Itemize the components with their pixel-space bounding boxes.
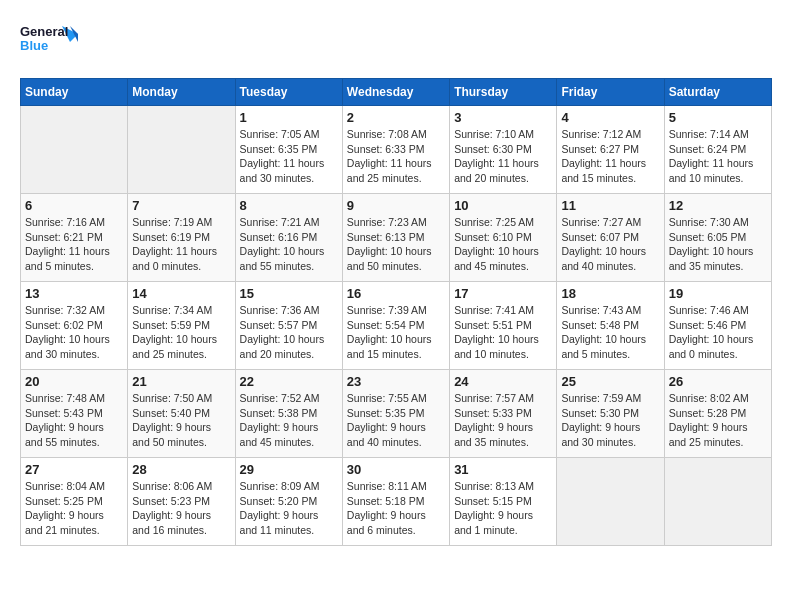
day-cell: 10Sunrise: 7:25 AM Sunset: 6:10 PM Dayli… — [450, 194, 557, 282]
day-cell: 11Sunrise: 7:27 AM Sunset: 6:07 PM Dayli… — [557, 194, 664, 282]
day-number: 11 — [561, 198, 659, 213]
day-number: 3 — [454, 110, 552, 125]
day-info: Sunrise: 7:52 AM Sunset: 5:38 PM Dayligh… — [240, 391, 338, 450]
svg-text:General: General — [20, 24, 68, 39]
day-info: Sunrise: 8:02 AM Sunset: 5:28 PM Dayligh… — [669, 391, 767, 450]
day-number: 5 — [669, 110, 767, 125]
day-info: Sunrise: 7:12 AM Sunset: 6:27 PM Dayligh… — [561, 127, 659, 186]
svg-text:Blue: Blue — [20, 38, 48, 53]
day-cell: 22Sunrise: 7:52 AM Sunset: 5:38 PM Dayli… — [235, 370, 342, 458]
day-info: Sunrise: 8:06 AM Sunset: 5:23 PM Dayligh… — [132, 479, 230, 538]
day-number: 2 — [347, 110, 445, 125]
day-number: 8 — [240, 198, 338, 213]
day-number: 16 — [347, 286, 445, 301]
day-info: Sunrise: 8:11 AM Sunset: 5:18 PM Dayligh… — [347, 479, 445, 538]
day-info: Sunrise: 7:25 AM Sunset: 6:10 PM Dayligh… — [454, 215, 552, 274]
day-info: Sunrise: 7:16 AM Sunset: 6:21 PM Dayligh… — [25, 215, 123, 274]
week-row-4: 20Sunrise: 7:48 AM Sunset: 5:43 PM Dayli… — [21, 370, 772, 458]
day-cell: 31Sunrise: 8:13 AM Sunset: 5:15 PM Dayli… — [450, 458, 557, 546]
day-info: Sunrise: 7:34 AM Sunset: 5:59 PM Dayligh… — [132, 303, 230, 362]
day-info: Sunrise: 7:39 AM Sunset: 5:54 PM Dayligh… — [347, 303, 445, 362]
day-cell: 30Sunrise: 8:11 AM Sunset: 5:18 PM Dayli… — [342, 458, 449, 546]
day-cell: 9Sunrise: 7:23 AM Sunset: 6:13 PM Daylig… — [342, 194, 449, 282]
day-cell: 21Sunrise: 7:50 AM Sunset: 5:40 PM Dayli… — [128, 370, 235, 458]
day-cell: 17Sunrise: 7:41 AM Sunset: 5:51 PM Dayli… — [450, 282, 557, 370]
day-number: 28 — [132, 462, 230, 477]
day-cell: 23Sunrise: 7:55 AM Sunset: 5:35 PM Dayli… — [342, 370, 449, 458]
day-info: Sunrise: 7:43 AM Sunset: 5:48 PM Dayligh… — [561, 303, 659, 362]
day-number: 20 — [25, 374, 123, 389]
weekday-header-friday: Friday — [557, 79, 664, 106]
day-number: 25 — [561, 374, 659, 389]
day-number: 10 — [454, 198, 552, 213]
day-number: 6 — [25, 198, 123, 213]
day-info: Sunrise: 7:27 AM Sunset: 6:07 PM Dayligh… — [561, 215, 659, 274]
day-number: 22 — [240, 374, 338, 389]
day-cell: 1Sunrise: 7:05 AM Sunset: 6:35 PM Daylig… — [235, 106, 342, 194]
day-number: 27 — [25, 462, 123, 477]
day-cell: 20Sunrise: 7:48 AM Sunset: 5:43 PM Dayli… — [21, 370, 128, 458]
day-cell: 4Sunrise: 7:12 AM Sunset: 6:27 PM Daylig… — [557, 106, 664, 194]
day-info: Sunrise: 7:08 AM Sunset: 6:33 PM Dayligh… — [347, 127, 445, 186]
day-number: 19 — [669, 286, 767, 301]
day-cell: 28Sunrise: 8:06 AM Sunset: 5:23 PM Dayli… — [128, 458, 235, 546]
day-info: Sunrise: 7:50 AM Sunset: 5:40 PM Dayligh… — [132, 391, 230, 450]
day-cell: 15Sunrise: 7:36 AM Sunset: 5:57 PM Dayli… — [235, 282, 342, 370]
day-info: Sunrise: 8:09 AM Sunset: 5:20 PM Dayligh… — [240, 479, 338, 538]
day-number: 15 — [240, 286, 338, 301]
weekday-header-monday: Monday — [128, 79, 235, 106]
day-number: 24 — [454, 374, 552, 389]
day-info: Sunrise: 7:30 AM Sunset: 6:05 PM Dayligh… — [669, 215, 767, 274]
day-info: Sunrise: 7:19 AM Sunset: 6:19 PM Dayligh… — [132, 215, 230, 274]
day-info: Sunrise: 7:32 AM Sunset: 6:02 PM Dayligh… — [25, 303, 123, 362]
day-cell: 12Sunrise: 7:30 AM Sunset: 6:05 PM Dayli… — [664, 194, 771, 282]
day-info: Sunrise: 7:48 AM Sunset: 5:43 PM Dayligh… — [25, 391, 123, 450]
day-number: 26 — [669, 374, 767, 389]
day-info: Sunrise: 7:59 AM Sunset: 5:30 PM Dayligh… — [561, 391, 659, 450]
day-number: 21 — [132, 374, 230, 389]
day-number: 29 — [240, 462, 338, 477]
calendar-table: SundayMondayTuesdayWednesdayThursdayFrid… — [20, 78, 772, 546]
day-info: Sunrise: 7:21 AM Sunset: 6:16 PM Dayligh… — [240, 215, 338, 274]
day-cell — [664, 458, 771, 546]
day-number: 13 — [25, 286, 123, 301]
day-cell: 25Sunrise: 7:59 AM Sunset: 5:30 PM Dayli… — [557, 370, 664, 458]
weekday-header-row: SundayMondayTuesdayWednesdayThursdayFrid… — [21, 79, 772, 106]
day-number: 12 — [669, 198, 767, 213]
day-number: 23 — [347, 374, 445, 389]
weekday-header-tuesday: Tuesday — [235, 79, 342, 106]
day-number: 4 — [561, 110, 659, 125]
day-number: 30 — [347, 462, 445, 477]
day-cell: 5Sunrise: 7:14 AM Sunset: 6:24 PM Daylig… — [664, 106, 771, 194]
day-cell: 3Sunrise: 7:10 AM Sunset: 6:30 PM Daylig… — [450, 106, 557, 194]
day-info: Sunrise: 7:36 AM Sunset: 5:57 PM Dayligh… — [240, 303, 338, 362]
day-info: Sunrise: 7:10 AM Sunset: 6:30 PM Dayligh… — [454, 127, 552, 186]
day-number: 1 — [240, 110, 338, 125]
week-row-1: 1Sunrise: 7:05 AM Sunset: 6:35 PM Daylig… — [21, 106, 772, 194]
day-cell: 14Sunrise: 7:34 AM Sunset: 5:59 PM Dayli… — [128, 282, 235, 370]
weekday-header-wednesday: Wednesday — [342, 79, 449, 106]
day-info: Sunrise: 7:05 AM Sunset: 6:35 PM Dayligh… — [240, 127, 338, 186]
day-cell: 8Sunrise: 7:21 AM Sunset: 6:16 PM Daylig… — [235, 194, 342, 282]
logo: GeneralBlue — [20, 20, 80, 62]
day-cell: 19Sunrise: 7:46 AM Sunset: 5:46 PM Dayli… — [664, 282, 771, 370]
day-info: Sunrise: 7:57 AM Sunset: 5:33 PM Dayligh… — [454, 391, 552, 450]
day-info: Sunrise: 7:23 AM Sunset: 6:13 PM Dayligh… — [347, 215, 445, 274]
day-number: 17 — [454, 286, 552, 301]
day-info: Sunrise: 8:04 AM Sunset: 5:25 PM Dayligh… — [25, 479, 123, 538]
day-info: Sunrise: 7:14 AM Sunset: 6:24 PM Dayligh… — [669, 127, 767, 186]
day-cell: 27Sunrise: 8:04 AM Sunset: 5:25 PM Dayli… — [21, 458, 128, 546]
weekday-header-thursday: Thursday — [450, 79, 557, 106]
day-cell: 24Sunrise: 7:57 AM Sunset: 5:33 PM Dayli… — [450, 370, 557, 458]
day-cell: 29Sunrise: 8:09 AM Sunset: 5:20 PM Dayli… — [235, 458, 342, 546]
weekday-header-saturday: Saturday — [664, 79, 771, 106]
day-cell — [557, 458, 664, 546]
day-info: Sunrise: 8:13 AM Sunset: 5:15 PM Dayligh… — [454, 479, 552, 538]
day-cell: 16Sunrise: 7:39 AM Sunset: 5:54 PM Dayli… — [342, 282, 449, 370]
day-number: 9 — [347, 198, 445, 213]
week-row-2: 6Sunrise: 7:16 AM Sunset: 6:21 PM Daylig… — [21, 194, 772, 282]
day-number: 7 — [132, 198, 230, 213]
day-number: 14 — [132, 286, 230, 301]
logo-icon: GeneralBlue — [20, 20, 80, 62]
day-cell: 2Sunrise: 7:08 AM Sunset: 6:33 PM Daylig… — [342, 106, 449, 194]
